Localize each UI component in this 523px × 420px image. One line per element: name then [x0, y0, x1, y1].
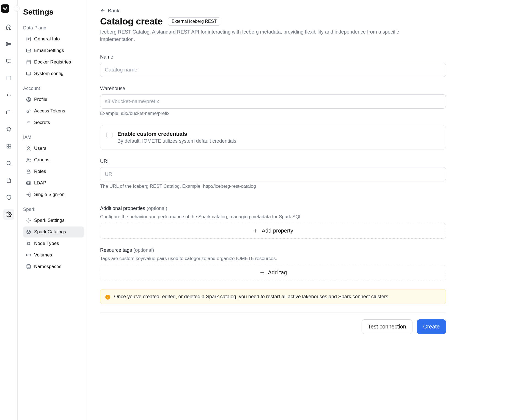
shield-icon[interactable]: [3, 192, 14, 203]
svg-rect-26: [27, 182, 31, 184]
footer-separator: [100, 313, 446, 313]
restart-warning-alert: Once you've created, edited, or deleted …: [100, 289, 446, 304]
sidebar-item-label: Roles: [34, 169, 46, 174]
clusters-icon[interactable]: [3, 38, 14, 49]
docs-icon[interactable]: [3, 175, 14, 186]
rail-top: AA: [1, 4, 16, 13]
svg-point-2: [7, 43, 7, 43]
home-icon[interactable]: [3, 21, 14, 32]
back-link[interactable]: Back: [100, 8, 119, 14]
uri-label: URI: [100, 159, 446, 164]
settings-sidebar: Settings Data Plane General Info Email S…: [18, 0, 88, 420]
form-group-additional-properties: Additional properties (optional) Configu…: [100, 206, 446, 239]
addprops-label: Additional properties (optional): [100, 206, 446, 211]
uri-input[interactable]: [100, 167, 446, 181]
add-tag-button[interactable]: Add tag: [100, 265, 446, 280]
page-title: Catalog create: [100, 16, 163, 27]
sidebar-item-groups[interactable]: Groups: [23, 154, 84, 165]
svg-point-32: [27, 265, 30, 266]
svg-point-19: [28, 98, 29, 100]
add-property-button[interactable]: Add property: [100, 223, 446, 239]
svg-rect-7: [7, 128, 10, 131]
svg-rect-29: [27, 242, 30, 245]
chip-small-icon: [26, 241, 31, 246]
form-group-warehouse: Warehouse Example: s3://bucket-name/pref…: [100, 86, 446, 116]
sidebar-item-label: Profile: [34, 97, 47, 102]
sidebar-item-node-types[interactable]: Node Types: [23, 238, 84, 249]
form-group-resource-tags: Resource tags (optional) Tags are custom…: [100, 247, 446, 280]
sidebar-item-label: Secrets: [34, 120, 50, 125]
catalog-icon[interactable]: [3, 73, 14, 84]
sidebar-item-roles[interactable]: Roles: [23, 166, 84, 177]
apps-icon[interactable]: [3, 141, 14, 152]
users-icon: [26, 157, 31, 163]
form-group-uri: URI The URL of the Iceberg REST Catalog.…: [100, 159, 446, 189]
svg-point-3: [7, 45, 7, 45]
tags-desc: Tags are custom key/value pairs used to …: [100, 256, 446, 261]
gear-icon[interactable]: [3, 209, 14, 220]
svg-point-22: [28, 147, 30, 148]
sidebar-item-general-info[interactable]: General Info: [23, 34, 84, 45]
connect-icon[interactable]: [3, 56, 14, 67]
svg-point-13: [8, 214, 10, 215]
sidebar-item-spark-catalogs[interactable]: Spark Catalogs: [23, 226, 84, 237]
create-button[interactable]: Create: [417, 319, 446, 334]
sidebar-item-sso[interactable]: Single Sign-on: [23, 189, 84, 200]
svg-point-31: [27, 255, 27, 255]
expand-sidebar-button[interactable]: [14, 5, 20, 12]
sidebar-group-account: Account: [23, 86, 84, 91]
svg-rect-6: [6, 111, 11, 114]
credentials-checkbox[interactable]: [106, 132, 112, 138]
form-group-name: Name: [100, 54, 446, 77]
footer-actions: Test connection Create: [100, 319, 446, 334]
svg-point-20: [27, 111, 29, 113]
svg-rect-17: [27, 72, 31, 75]
user-circle-icon: [26, 97, 31, 102]
sidebar-item-users[interactable]: Users: [23, 143, 84, 154]
sidebar-item-volumes[interactable]: Volumes: [23, 250, 84, 261]
sidebar-item-docker-registries[interactable]: Docker Registries: [23, 57, 84, 68]
svg-point-24: [29, 159, 30, 160]
cube-icon: [26, 229, 31, 235]
sidebar-item-ldap[interactable]: LDAP: [23, 178, 84, 189]
user-icon: [26, 146, 31, 151]
database-icon: [26, 264, 31, 269]
credentials-desc: By default, IOMETE utilizes system defau…: [117, 138, 238, 144]
sidebar-item-secrets[interactable]: |** Secrets: [23, 117, 84, 128]
plus-icon: [253, 228, 258, 234]
arrow-left-icon: [100, 8, 106, 13]
sidebar-item-label: Docker Registries: [34, 59, 71, 65]
info-icon: [105, 295, 110, 300]
search-icon[interactable]: [3, 158, 14, 169]
sidebar-group-spark: Spark: [23, 207, 84, 212]
sidebar-item-namespaces[interactable]: Namespaces: [23, 261, 84, 272]
uri-help: The URL of the Iceberg REST Catalog. Exa…: [100, 184, 446, 189]
sidebar-item-system-config[interactable]: System config: [23, 68, 84, 79]
sidebar-item-label: Spark Catalogs: [34, 229, 66, 235]
title-row: Catalog create External Iceberg REST: [100, 16, 446, 27]
warehouse-input[interactable]: [100, 94, 446, 109]
test-connection-button[interactable]: Test connection: [362, 319, 412, 334]
svg-point-12: [7, 161, 10, 165]
catalog-type-badge: External Iceberg REST: [168, 17, 220, 26]
sidebar-item-spark-settings[interactable]: Spark Settings: [23, 215, 84, 226]
sidebar-item-label: Spark Settings: [34, 218, 65, 223]
svg-rect-16: [27, 60, 30, 64]
sidebar-item-access-tokens[interactable]: Access Tokens: [23, 106, 84, 117]
avatar[interactable]: AA: [1, 4, 9, 13]
form-group-credentials: Enable custom credentials By default, IO…: [100, 125, 446, 150]
sidebar-item-label: Single Sign-on: [34, 192, 65, 197]
chip-icon[interactable]: [3, 124, 14, 135]
sidebar-group-data-plane: Data Plane: [23, 25, 84, 31]
page-subtitle: Iceberg REST Catalog: A standard REST AP…: [100, 28, 408, 43]
name-input[interactable]: [100, 63, 446, 77]
sql-icon[interactable]: [3, 90, 14, 101]
sidebar-item-email-settings[interactable]: Email Settings: [23, 45, 84, 56]
svg-point-27: [27, 183, 28, 183]
sidebar-item-profile[interactable]: Profile: [23, 94, 84, 105]
sidebar-item-label: Access Tokens: [34, 108, 65, 114]
jobs-icon[interactable]: [3, 107, 14, 118]
alert-text: Once you've created, edited, or deleted …: [114, 294, 388, 300]
sidebar-item-label: System config: [34, 71, 64, 76]
sidebar-item-label: General Info: [34, 36, 60, 42]
